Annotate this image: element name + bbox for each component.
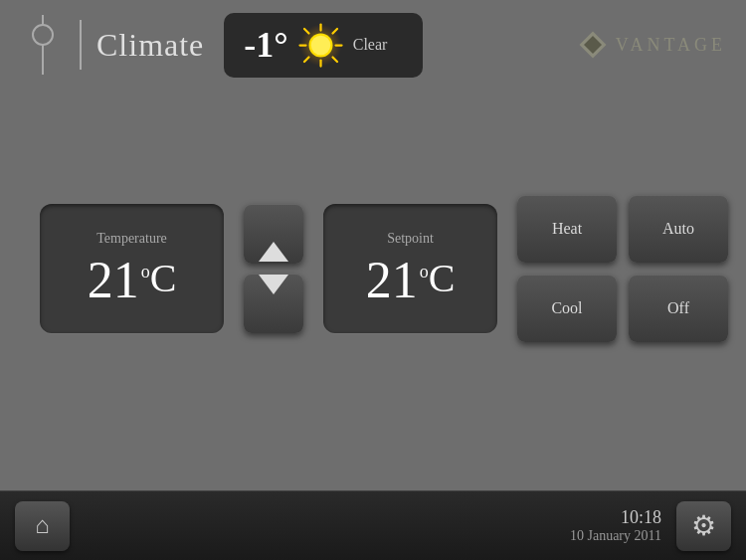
weather-widget: -1° Clear xyxy=(224,13,423,78)
svg-point-5 xyxy=(310,35,330,55)
vantage-diamond-icon xyxy=(578,30,608,60)
off-button[interactable]: Off xyxy=(629,275,728,342)
setpoint-unit: C xyxy=(429,259,456,298)
home-button[interactable]: ⌂ xyxy=(15,501,70,551)
heat-label: Heat xyxy=(552,220,582,238)
page-title: Climate xyxy=(96,27,204,64)
footer: ⌂ 10:18 10 January 2011 ⚙ xyxy=(0,490,746,560)
up-arrow-icon xyxy=(259,225,288,243)
header-divider xyxy=(80,20,82,70)
svg-point-0 xyxy=(33,25,53,45)
setpoint-display: Setpoint 21 o C xyxy=(323,204,497,333)
weather-sun-icon xyxy=(298,23,343,68)
off-label: Off xyxy=(667,299,689,317)
setpoint-label: Setpoint xyxy=(348,231,472,247)
auto-label: Auto xyxy=(662,220,694,238)
vantage-name: VANTAGE xyxy=(616,35,726,56)
gear-icon: ⚙ xyxy=(691,509,716,542)
header: Climate -1° Clear xyxy=(0,0,746,90)
increase-button[interactable] xyxy=(244,204,303,264)
home-icon: ⌂ xyxy=(35,512,49,539)
cool-label: Cool xyxy=(551,299,582,317)
decrease-button[interactable] xyxy=(244,274,303,333)
temperature-value: 21 o C xyxy=(65,255,199,306)
temperature-number: 21 xyxy=(88,255,139,306)
footer-date: 10 January 2011 xyxy=(70,528,661,544)
arrow-controls xyxy=(244,204,303,333)
logo-icon xyxy=(20,13,65,78)
heat-button[interactable]: Heat xyxy=(517,195,617,263)
temperature-label: Temperature xyxy=(65,231,199,247)
setpoint-degree: o xyxy=(420,263,429,280)
cool-button[interactable]: Cool xyxy=(517,275,617,342)
settings-button[interactable]: ⚙ xyxy=(676,501,731,551)
down-arrow-icon xyxy=(259,294,288,312)
footer-time: 10:18 xyxy=(70,507,661,528)
setpoint-value: 21 o C xyxy=(348,255,472,306)
mode-buttons-grid: Heat Auto Cool Off xyxy=(517,195,728,342)
auto-button[interactable]: Auto xyxy=(629,195,728,263)
temperature-unit: C xyxy=(150,259,177,298)
vantage-logo: VANTAGE xyxy=(578,30,726,60)
setpoint-number: 21 xyxy=(366,255,418,306)
temperature-degree: o xyxy=(141,263,150,280)
weather-condition: Clear xyxy=(353,36,388,54)
temperature-display: Temperature 21 o C xyxy=(40,204,224,333)
main-content: Temperature 21 o C Setpoint 21 o C Heat … xyxy=(0,90,746,448)
footer-info: 10:18 10 January 2011 xyxy=(70,507,676,544)
weather-temperature: -1° xyxy=(244,24,287,66)
